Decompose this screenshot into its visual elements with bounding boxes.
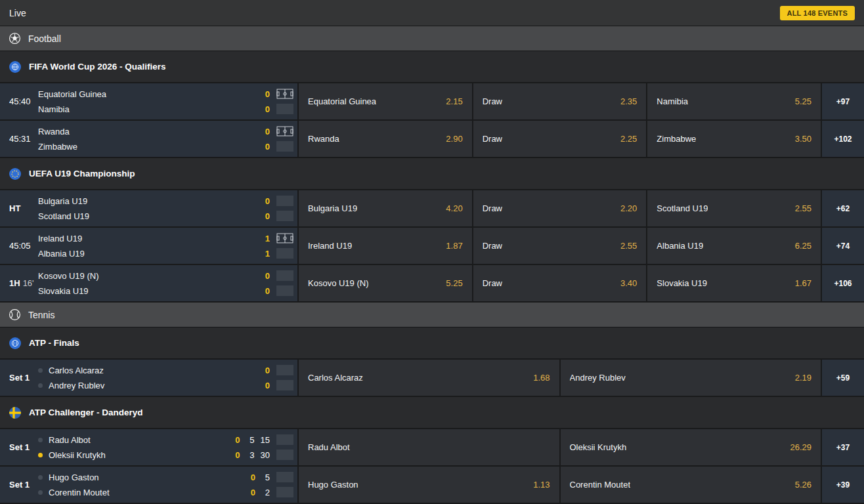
- odds-button-home[interactable]: Ireland U19 1.87: [299, 228, 472, 264]
- odds-button-away[interactable]: Slovakia U19 1.67: [647, 265, 821, 301]
- market-odds: 2.20: [620, 203, 637, 213]
- market-label: Corentin Moutet: [570, 480, 631, 490]
- player-name: Radu Albot: [49, 435, 226, 445]
- more-markets-button[interactable]: +97: [822, 83, 864, 119]
- league-header-atp-challenger-danderyd[interactable]: ATP Challenger - Danderyd: [0, 397, 864, 428]
- pitch-tracker-icon[interactable]: [276, 126, 293, 136]
- match-clock: HT: [0, 203, 38, 213]
- odds-button-home[interactable]: Kosovo U19 (N) 5.25: [299, 265, 472, 301]
- match-clock: 45:40: [0, 96, 38, 106]
- odds-button-away[interactable]: Zimbabwe 3.50: [647, 121, 821, 157]
- stats-box: [276, 196, 293, 206]
- serve-indicator: [38, 383, 43, 388]
- market-odds: 1.87: [446, 241, 462, 251]
- set-score: 0: [232, 450, 240, 460]
- sport-header-tennis[interactable]: Tennis: [0, 303, 864, 327]
- team-score: 0: [261, 196, 270, 206]
- odds-button-player2[interactable]: Oleksii Krutykh 26.29: [561, 429, 821, 465]
- more-markets-button[interactable]: +62: [822, 190, 864, 226]
- team-name: Albania U19: [38, 249, 255, 259]
- stats-box: [276, 270, 293, 281]
- set-score: 0: [232, 435, 240, 445]
- event-summary[interactable]: 45:31 Rwanda 0 Zimbabwe 0: [0, 121, 297, 157]
- odds-button-player2[interactable]: Andrey Rublev 2.19: [561, 360, 821, 396]
- event-summary[interactable]: 45:40 Equatorial Guinea 0 Namibia 0: [0, 83, 297, 119]
- team-name: Bulgaria U19: [38, 196, 255, 206]
- market-label: Kosovo U19 (N): [308, 278, 368, 288]
- league-header-fifa-wc-qualifiers[interactable]: FIFA World Cup 2026 - Qualifiers: [0, 51, 864, 82]
- set-score: 0: [247, 488, 255, 497]
- market-odds: 2.19: [795, 373, 811, 383]
- odds-button-player2[interactable]: Corentin Moutet 5.26: [561, 467, 821, 503]
- market-label: Draw: [483, 96, 502, 106]
- event-summary[interactable]: 45:05 Ireland U19 1 Albania U19 1: [0, 228, 297, 264]
- more-markets-button[interactable]: +106: [822, 265, 864, 301]
- market-label: Albania U19: [657, 241, 703, 251]
- more-markets-button[interactable]: +39: [822, 467, 864, 503]
- more-markets-button[interactable]: +59: [822, 360, 864, 396]
- event-row: 45:40 Equatorial Guinea 0 Namibia 0 Equa…: [0, 83, 864, 119]
- odds-button-draw[interactable]: Draw 2.35: [473, 83, 647, 119]
- pitch-tracker-icon[interactable]: [276, 233, 293, 243]
- odds-button-away[interactable]: Scotland U19 2.55: [647, 190, 821, 226]
- odds-button-home[interactable]: Equatorial Guinea 2.15: [299, 83, 472, 119]
- match-clock: Set 1: [0, 442, 38, 452]
- player-name: Hugo Gaston: [49, 472, 241, 482]
- league-title: ATP - Finals: [29, 338, 79, 348]
- odds-button-away[interactable]: Albania U19 6.25: [647, 228, 821, 264]
- more-markets-button[interactable]: +102: [822, 121, 864, 157]
- league-header-uefa-u19[interactable]: UEFA U19 Championship: [0, 158, 864, 189]
- sweden-flag-icon: [9, 406, 22, 419]
- market-label: Oleksii Krutykh: [570, 442, 627, 452]
- league-header-atp-finals[interactable]: ATP - Finals: [0, 327, 864, 358]
- match-clock: 45:31: [0, 134, 38, 144]
- team-name: Equatorial Guinea: [38, 89, 255, 99]
- match-clock: Set 1: [0, 373, 38, 383]
- match-clock: 1H16': [0, 278, 38, 288]
- event-summary[interactable]: 1H16' Kosovo U19 (N) 0 Slovakia U19 0: [0, 265, 297, 301]
- odds-button-draw[interactable]: Draw 3.40: [473, 265, 647, 301]
- odds-button-away[interactable]: Namibia 5.25: [647, 83, 821, 119]
- odds-button-draw[interactable]: Draw 2.20: [473, 190, 647, 226]
- set-score: 0: [261, 381, 270, 390]
- market-label: Draw: [483, 203, 502, 213]
- serve-indicator: [38, 438, 43, 442]
- odds-button-draw[interactable]: Draw 2.55: [473, 228, 647, 264]
- odds-button-player1[interactable]: Radu Albot: [299, 429, 559, 465]
- event-row: Set 1 Hugo Gaston 0 5 Corentin Moutet 0 …: [0, 467, 864, 503]
- event-summary[interactable]: Set 1 Radu Albot 0 5 15 Oleksii Krutykh …: [0, 429, 297, 465]
- stats-box: [276, 487, 293, 497]
- market-odds: 2.15: [446, 96, 462, 106]
- market-label: Ireland U19: [308, 241, 352, 251]
- more-markets-button[interactable]: +37: [822, 429, 864, 465]
- odds-button-home[interactable]: Bulgaria U19 4.20: [299, 190, 472, 226]
- market-odds: 2.55: [795, 203, 811, 213]
- team-name: Rwanda: [38, 127, 255, 136]
- market-odds: 26.29: [790, 442, 811, 452]
- match-clock: Set 1: [0, 480, 38, 490]
- team-score: 0: [261, 142, 270, 152]
- market-odds: 3.40: [620, 278, 637, 288]
- event-summary[interactable]: Set 1 Hugo Gaston 0 5 Corentin Moutet 0 …: [0, 467, 297, 503]
- pitch-tracker-icon[interactable]: [276, 89, 293, 99]
- stats-box: [276, 211, 293, 221]
- stats-box: [276, 285, 293, 296]
- odds-button-draw[interactable]: Draw 2.25: [473, 121, 647, 157]
- game-score: 2: [261, 488, 270, 497]
- team-score: 1: [261, 249, 270, 259]
- sport-header-football[interactable]: Football: [0, 26, 864, 51]
- odds-button-home[interactable]: Rwanda 2.90: [299, 121, 472, 157]
- odds-button-player1[interactable]: Carlos Alcaraz 1.68: [299, 360, 559, 396]
- market-odds: 1.13: [533, 480, 550, 490]
- game-score: 5: [261, 472, 270, 482]
- event-summary[interactable]: Set 1 Carlos Alcaraz 0 Andrey Rublev 0: [0, 360, 297, 396]
- player-name: Andrey Rublev: [49, 381, 255, 390]
- team-name: Zimbabwe: [38, 142, 255, 152]
- market-label: Slovakia U19: [657, 278, 707, 288]
- serve-indicator: [38, 490, 43, 495]
- market-label: Scotland U19: [657, 203, 708, 213]
- more-markets-button[interactable]: +74: [822, 228, 864, 264]
- odds-button-player1[interactable]: Hugo Gaston 1.13: [299, 467, 559, 503]
- event-summary[interactable]: HT Bulgaria U19 0 Scotland U19 0: [0, 190, 297, 226]
- all-events-button[interactable]: ALL 148 EVENTS: [780, 6, 855, 20]
